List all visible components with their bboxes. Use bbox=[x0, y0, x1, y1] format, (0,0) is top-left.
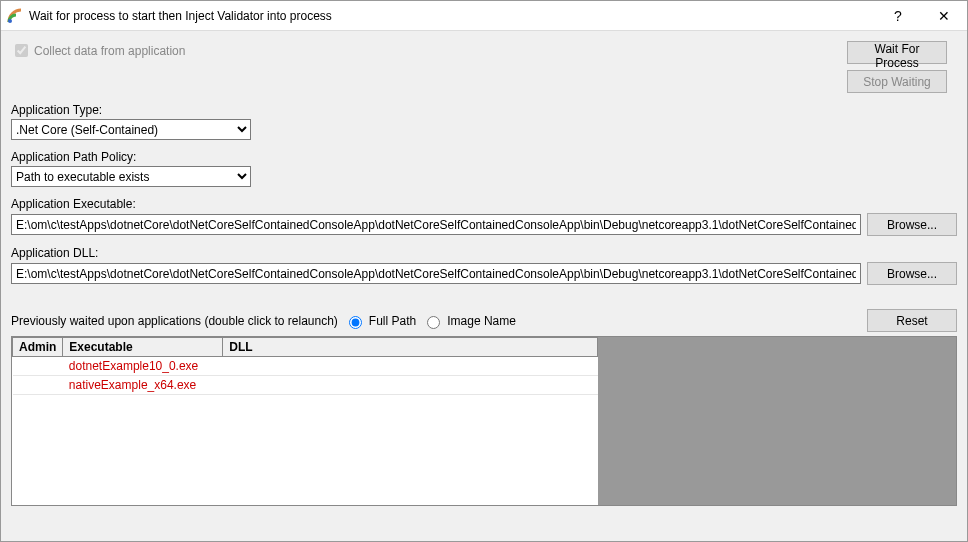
cell-admin bbox=[13, 376, 63, 395]
collect-data-row: Collect data from application bbox=[11, 41, 847, 60]
exe-browse-button[interactable]: Browse... bbox=[867, 213, 957, 236]
exe-input[interactable] bbox=[11, 214, 861, 235]
dll-label: Application DLL: bbox=[11, 246, 957, 260]
radio-full-path-input[interactable] bbox=[349, 316, 362, 329]
svg-point-0 bbox=[8, 19, 12, 23]
dll-input[interactable] bbox=[11, 263, 861, 284]
reset-button[interactable]: Reset bbox=[867, 309, 957, 332]
grid-empty-area bbox=[598, 337, 956, 505]
app-type-label: Application Type: bbox=[11, 103, 957, 117]
path-policy-select[interactable]: Path to executable exists bbox=[11, 166, 251, 187]
cell-dll bbox=[223, 357, 598, 376]
help-button[interactable]: ? bbox=[875, 1, 921, 31]
radio-full-path[interactable]: Full Path bbox=[344, 313, 416, 329]
table-row[interactable]: dotnetExample10_0.exe bbox=[13, 357, 598, 376]
dll-browse-button[interactable]: Browse... bbox=[867, 262, 957, 285]
col-exe[interactable]: Executable bbox=[63, 338, 223, 357]
col-dll[interactable]: DLL bbox=[223, 338, 598, 357]
app-icon bbox=[7, 8, 23, 24]
cell-exe: dotnetExample10_0.exe bbox=[63, 357, 223, 376]
cell-dll bbox=[223, 376, 598, 395]
col-admin[interactable]: Admin bbox=[13, 338, 63, 357]
cell-admin bbox=[13, 357, 63, 376]
collect-data-label: Collect data from application bbox=[34, 44, 185, 58]
dialog-content: Collect data from application Wait For P… bbox=[1, 31, 967, 541]
cell-exe: nativeExample_x64.exe bbox=[63, 376, 223, 395]
path-policy-label: Application Path Policy: bbox=[11, 150, 957, 164]
close-button[interactable]: ✕ bbox=[921, 1, 967, 31]
history-label: Previously waited upon applications (dou… bbox=[11, 314, 338, 328]
wait-for-process-button[interactable]: Wait For Process bbox=[847, 41, 947, 64]
table-row[interactable]: nativeExample_x64.exe bbox=[13, 376, 598, 395]
window-title: Wait for process to start then Inject Va… bbox=[29, 9, 875, 23]
history-grid: Admin Executable DLL dotnetExample10_0.e… bbox=[11, 336, 957, 506]
stop-waiting-button[interactable]: Stop Waiting bbox=[847, 70, 947, 93]
radio-image-name-input[interactable] bbox=[427, 316, 440, 329]
radio-image-name[interactable]: Image Name bbox=[422, 313, 516, 329]
app-type-select[interactable]: .Net Core (Self-Contained) bbox=[11, 119, 251, 140]
collect-data-checkbox[interactable] bbox=[15, 44, 28, 57]
title-bar: Wait for process to start then Inject Va… bbox=[1, 1, 967, 31]
exe-label: Application Executable: bbox=[11, 197, 957, 211]
